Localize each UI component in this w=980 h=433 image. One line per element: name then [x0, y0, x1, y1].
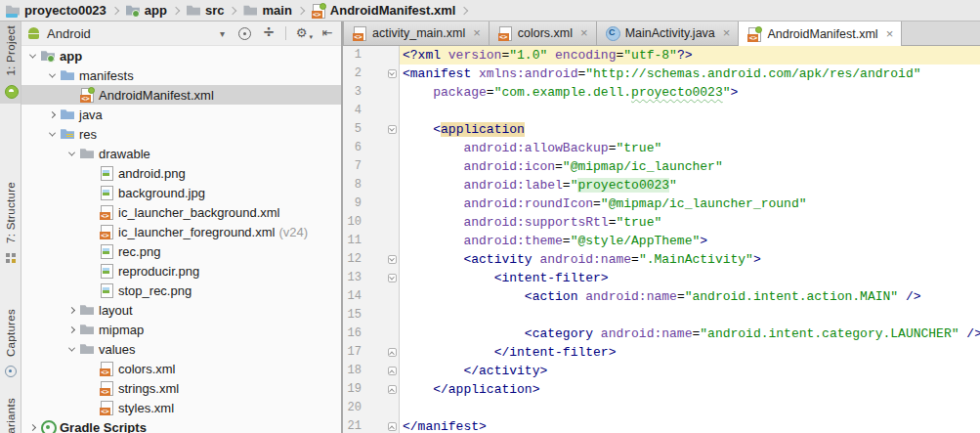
line-number: 20	[343, 399, 362, 417]
code-text	[400, 399, 980, 417]
chevron-down-icon[interactable]	[64, 347, 79, 352]
breadcrumb-item[interactable]: app	[125, 0, 167, 22]
tab-mainactivity-java[interactable]: MainActivity.java	[597, 22, 740, 45]
line-number: 15	[343, 306, 362, 325]
tree-item-android-png[interactable]: android.png	[21, 163, 341, 183]
tree-item-label: background.jpg	[118, 186, 205, 200]
fold-collapse-icon[interactable]	[388, 274, 397, 282]
stripe-button-build-variants[interactable]: Build Variants	[0, 394, 21, 433]
fold-collapse-icon[interactable]	[388, 125, 397, 134]
tree-item-manifests[interactable]: manifests	[21, 65, 341, 85]
breadcrumb-label: proyecto0023	[24, 3, 107, 18]
fold-collapse-icon[interactable]	[388, 255, 397, 264]
fold-end-icon[interactable]	[388, 385, 397, 394]
code-token: encoding	[555, 48, 616, 63]
tree-item-ic-launcher-background-xml[interactable]: ic_launcher_background.xml	[21, 202, 341, 222]
fold-collapse-icon[interactable]	[388, 69, 397, 78]
chevron-down-icon[interactable]	[45, 132, 60, 137]
structure-icon	[3, 250, 19, 266]
line-number: 14	[343, 287, 362, 306]
chevron-down-icon[interactable]	[64, 152, 79, 156]
tree-item-rec-png[interactable]: rec.png	[21, 241, 341, 261]
breadcrumb-item[interactable]: AndroidManifest.xml	[311, 0, 456, 22]
breadcrumb-item[interactable]: src	[186, 0, 225, 22]
tree-item-ic-launcher-foreground-xml[interactable]: ic_launcher_foreground.xml(v24)	[21, 222, 341, 241]
chevron-down-icon[interactable]: ▾	[220, 28, 225, 39]
tree-item-layout[interactable]: layout	[21, 300, 341, 320]
code-token	[403, 382, 433, 397]
fold-end-icon[interactable]	[388, 348, 397, 357]
main-row: 1: Project7: StructureCapturesBuild Vari…	[0, 22, 980, 433]
gutter: 14	[343, 287, 400, 306]
tab-label: MainActivity.java	[625, 26, 715, 40]
code-token	[403, 271, 494, 285]
tab-androidmanifest-xml[interactable]: AndroidManifest.xml	[739, 22, 902, 46]
fold-end-icon[interactable]	[388, 367, 397, 375]
code-text: android:roundIcon="@mipmap/ic_launcher_r…	[400, 195, 980, 213]
stripe-button-captures[interactable]: Captures	[0, 305, 21, 384]
tree-item-reproducir-png[interactable]: reproducir.png	[21, 261, 341, 281]
tree-item-colors-xml[interactable]: colors.xml	[21, 359, 341, 378]
hide-panel-icon[interactable]	[320, 25, 335, 41]
code-token	[403, 252, 463, 267]
chevron-right-icon[interactable]	[64, 308, 79, 313]
tab-activity-main-xml[interactable]: activity_main.xml	[343, 22, 490, 45]
chevron-right-icon[interactable]	[25, 425, 40, 430]
folder-icon	[60, 107, 75, 122]
code-token	[403, 141, 463, 155]
tab-colors-xml[interactable]: colors.xml	[490, 22, 597, 45]
gutter: 18	[343, 362, 400, 380]
settings-gear-icon[interactable]	[295, 25, 311, 41]
stripe-button-label: 7: Structure	[5, 182, 17, 243]
breadcrumb-label: AndroidManifest.xml	[330, 3, 456, 18]
chevron-right-icon[interactable]	[45, 112, 60, 117]
tree-item-strings-xml[interactable]: strings.xml	[21, 378, 341, 398]
tree-item-res[interactable]: res	[21, 124, 341, 144]
code-token: =	[563, 178, 571, 193]
android-head-badge	[320, 3, 326, 10]
fold-end-icon[interactable]	[388, 422, 397, 431]
code-text: </activity>	[400, 362, 980, 380]
project-view-selector[interactable]: Android	[47, 26, 91, 41]
tree-item-label: strings.xml	[118, 381, 179, 396]
tree-item-styles-xml[interactable]: styles.xml	[21, 398, 341, 417]
close-icon[interactable]	[473, 28, 481, 38]
stripe-button-project[interactable]: 1: Project	[0, 22, 21, 104]
stripe-button-structure[interactable]: 7: Structure	[0, 178, 21, 271]
code-editor[interactable]: 1<?xml version="1.0" encoding="utf-8"?>2…	[343, 46, 980, 433]
close-icon[interactable]	[886, 29, 894, 39]
locate-icon[interactable]	[236, 25, 252, 41]
tree-item-drawable[interactable]: drawable	[21, 144, 341, 163]
tree-item-gradle-scripts[interactable]: Gradle Scripts	[21, 417, 341, 433]
close-icon[interactable]	[580, 28, 588, 38]
chevron-down-icon[interactable]	[45, 73, 60, 78]
folder2-icon	[242, 3, 258, 19]
breadcrumb-item[interactable]: proyecto0023	[5, 0, 107, 22]
tree-item-background-jpg[interactable]: background.jpg	[21, 183, 341, 202]
tree-item-java[interactable]: java	[21, 105, 341, 124]
gutter: 11	[343, 232, 400, 250]
code-text: <intent-filter>	[400, 269, 980, 287]
tree-item-stop-rec-png[interactable]: stop_rec.png	[21, 281, 341, 300]
chevron-right-icon[interactable]	[64, 327, 79, 332]
xml-file-icon	[99, 400, 114, 415]
tree-item-app[interactable]: app	[21, 46, 341, 65]
code-text: <application	[400, 120, 980, 139]
code-token: =	[631, 252, 639, 267]
close-icon[interactable]	[723, 28, 731, 38]
xml-file-icon	[99, 224, 114, 239]
tree-item-label: mipmap	[99, 323, 144, 337]
breadcrumb-label: src	[205, 3, 225, 18]
captures-icon	[3, 364, 19, 379]
tree-item-androidmanifest-xml[interactable]: AndroidManifest.xml	[21, 85, 341, 105]
line-number: 9	[343, 195, 362, 213]
fold-column	[385, 422, 399, 431]
line-number: 6	[343, 139, 362, 157]
collapse-all-icon[interactable]	[261, 25, 277, 41]
breadcrumb-item[interactable]: main	[242, 0, 291, 22]
tree-item-values[interactable]: values	[21, 339, 341, 359]
code-token: "@mipmap/ic_launcher"	[563, 159, 723, 174]
chevron-down-icon[interactable]	[25, 54, 40, 59]
tree-item-mipmap[interactable]: mipmap	[21, 320, 341, 339]
code-line-1: 1<?xml version="1.0" encoding="utf-8"?>	[343, 46, 980, 65]
